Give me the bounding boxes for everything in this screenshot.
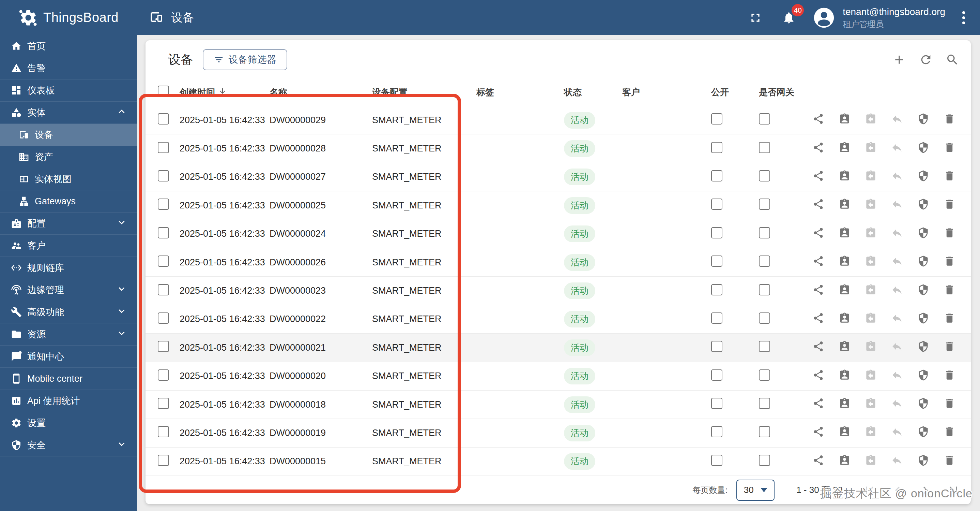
delete-device-button[interactable] bbox=[942, 340, 957, 355]
unassign-customer-button[interactable] bbox=[863, 255, 878, 270]
unassign-customer-button[interactable] bbox=[863, 369, 878, 384]
sidebar-item-profiles[interactable]: 配置 bbox=[0, 212, 137, 235]
delete-device-button[interactable] bbox=[942, 113, 957, 128]
public-checkbox[interactable] bbox=[711, 313, 722, 324]
unassign-customer-button[interactable] bbox=[863, 227, 878, 241]
gateway-checkbox[interactable] bbox=[759, 284, 770, 295]
gateway-checkbox[interactable] bbox=[759, 341, 770, 352]
unassign-customer-button[interactable] bbox=[863, 425, 878, 441]
table-row[interactable]: 2025-01-05 16:42:33DW00000015SMART_METER… bbox=[145, 447, 971, 476]
table-row[interactable]: 2025-01-05 16:42:33DW00000018SMART_METER… bbox=[145, 391, 971, 419]
assign-customer-button[interactable] bbox=[837, 198, 852, 213]
unassign-customer-button[interactable] bbox=[863, 198, 878, 213]
row-checkbox[interactable] bbox=[158, 170, 169, 182]
delete-device-button[interactable] bbox=[942, 227, 957, 241]
make-private-button[interactable] bbox=[889, 255, 904, 270]
sidebar-item-security[interactable]: 安全 bbox=[0, 434, 137, 457]
app-logo[interactable]: ThingsBoard bbox=[0, 8, 137, 27]
select-all-checkbox[interactable] bbox=[158, 86, 169, 97]
sidebar-item-edge[interactable]: 边缘管理 bbox=[0, 279, 137, 301]
gateway-checkbox[interactable] bbox=[759, 398, 770, 409]
add-device-button[interactable] bbox=[891, 51, 907, 68]
table-row[interactable]: 2025-01-05 16:42:33DW00000023SMART_METER… bbox=[145, 277, 971, 305]
manage-credentials-button[interactable] bbox=[916, 369, 931, 384]
public-checkbox[interactable] bbox=[711, 455, 722, 466]
share-device-button[interactable] bbox=[811, 141, 826, 156]
sidebar-item-gateways[interactable]: Gateways bbox=[0, 190, 137, 212]
row-checkbox[interactable] bbox=[158, 113, 169, 125]
unassign-customer-button[interactable] bbox=[863, 169, 878, 185]
share-device-button[interactable] bbox=[811, 312, 826, 327]
assign-customer-button[interactable] bbox=[837, 340, 852, 355]
delete-device-button[interactable] bbox=[942, 283, 957, 299]
manage-credentials-button[interactable] bbox=[916, 169, 931, 185]
manage-credentials-button[interactable] bbox=[916, 454, 931, 469]
user-info[interactable]: tenant@thingsboard.org 租户管理员 bbox=[843, 6, 945, 29]
public-checkbox[interactable] bbox=[711, 398, 722, 409]
manage-credentials-button[interactable] bbox=[916, 425, 931, 441]
row-checkbox[interactable] bbox=[158, 227, 169, 238]
manage-credentials-button[interactable] bbox=[916, 312, 931, 327]
assign-customer-button[interactable] bbox=[837, 369, 852, 384]
make-private-button[interactable] bbox=[889, 369, 904, 384]
row-checkbox[interactable] bbox=[158, 341, 169, 352]
column-header-name[interactable]: 名称 bbox=[269, 86, 372, 98]
delete-device-button[interactable] bbox=[942, 454, 957, 469]
share-device-button[interactable] bbox=[811, 340, 826, 355]
row-checkbox[interactable] bbox=[158, 369, 169, 381]
public-checkbox[interactable] bbox=[711, 142, 722, 153]
sidebar-item-devices[interactable]: 设备 bbox=[0, 124, 137, 146]
user-avatar[interactable] bbox=[812, 6, 836, 30]
row-checkbox[interactable] bbox=[158, 284, 169, 295]
table-row[interactable]: 2025-01-05 16:42:33DW00000022SMART_METER… bbox=[145, 305, 971, 334]
make-private-button[interactable] bbox=[889, 141, 904, 156]
unassign-customer-button[interactable] bbox=[863, 454, 878, 469]
sidebar-item-advanced[interactable]: 高级功能 bbox=[0, 301, 137, 323]
share-device-button[interactable] bbox=[811, 397, 826, 412]
assign-customer-button[interactable] bbox=[837, 113, 852, 128]
share-device-button[interactable] bbox=[811, 369, 826, 384]
make-private-button[interactable] bbox=[889, 198, 904, 213]
first-page-button[interactable] bbox=[862, 482, 877, 498]
sidebar-item-settings[interactable]: 设置 bbox=[0, 412, 137, 434]
share-device-button[interactable] bbox=[811, 169, 826, 185]
unassign-customer-button[interactable] bbox=[863, 141, 878, 156]
assign-customer-button[interactable] bbox=[837, 454, 852, 469]
public-checkbox[interactable] bbox=[711, 341, 722, 352]
unassign-customer-button[interactable] bbox=[863, 283, 878, 299]
manage-credentials-button[interactable] bbox=[916, 141, 931, 156]
make-private-button[interactable] bbox=[889, 227, 904, 241]
manage-credentials-button[interactable] bbox=[916, 198, 931, 213]
next-page-button[interactable] bbox=[918, 482, 933, 498]
table-row[interactable]: 2025-01-05 16:42:33DW00000027SMART_METER… bbox=[145, 163, 971, 192]
row-checkbox[interactable] bbox=[158, 398, 169, 409]
gateway-checkbox[interactable] bbox=[759, 313, 770, 324]
device-filter-button[interactable]: 设备筛选器 bbox=[203, 49, 287, 70]
column-header-customer[interactable]: 客户 bbox=[622, 86, 711, 98]
sidebar-item-entities[interactable]: 实体 bbox=[0, 102, 137, 124]
column-header-state[interactable]: 状态 bbox=[564, 86, 622, 98]
manage-credentials-button[interactable] bbox=[916, 397, 931, 412]
row-checkbox[interactable] bbox=[158, 198, 169, 210]
public-checkbox[interactable] bbox=[711, 256, 722, 267]
delete-device-button[interactable] bbox=[942, 169, 957, 185]
table-row[interactable]: 2025-01-05 16:42:33DW00000024SMART_METER… bbox=[145, 220, 971, 248]
share-device-button[interactable] bbox=[811, 113, 826, 128]
share-device-button[interactable] bbox=[811, 255, 826, 270]
assign-customer-button[interactable] bbox=[837, 227, 852, 241]
delete-device-button[interactable] bbox=[942, 369, 957, 384]
share-device-button[interactable] bbox=[811, 283, 826, 299]
gateway-checkbox[interactable] bbox=[759, 455, 770, 466]
assign-customer-button[interactable] bbox=[837, 283, 852, 299]
assign-customer-button[interactable] bbox=[837, 169, 852, 185]
make-private-button[interactable] bbox=[889, 169, 904, 185]
gateway-checkbox[interactable] bbox=[759, 369, 770, 381]
assign-customer-button[interactable] bbox=[837, 141, 852, 156]
more-menu-button[interactable] bbox=[962, 11, 965, 24]
make-private-button[interactable] bbox=[889, 340, 904, 355]
public-checkbox[interactable] bbox=[711, 284, 722, 295]
assign-customer-button[interactable] bbox=[837, 425, 852, 441]
row-checkbox[interactable] bbox=[158, 313, 169, 324]
manage-credentials-button[interactable] bbox=[916, 340, 931, 355]
sidebar-item-home[interactable]: 首页 bbox=[0, 35, 137, 57]
